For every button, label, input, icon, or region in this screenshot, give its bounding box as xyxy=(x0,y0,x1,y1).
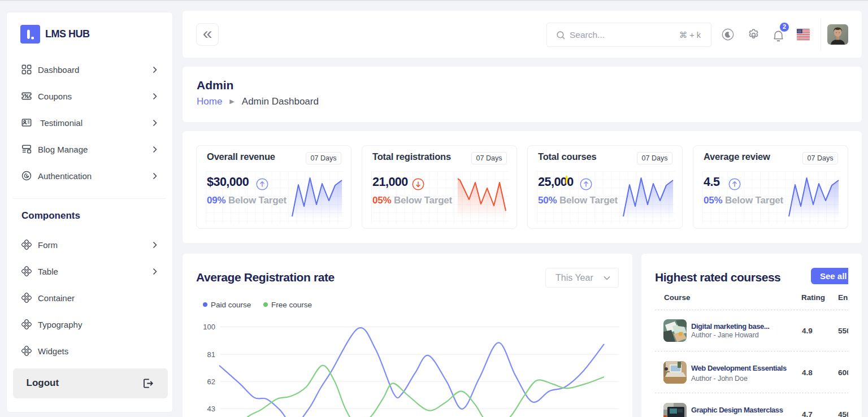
svg-text:100: 100 xyxy=(203,323,215,331)
svg-text:43: 43 xyxy=(207,405,215,413)
svg-text:62: 62 xyxy=(207,377,215,386)
svg-text:81: 81 xyxy=(207,350,215,359)
